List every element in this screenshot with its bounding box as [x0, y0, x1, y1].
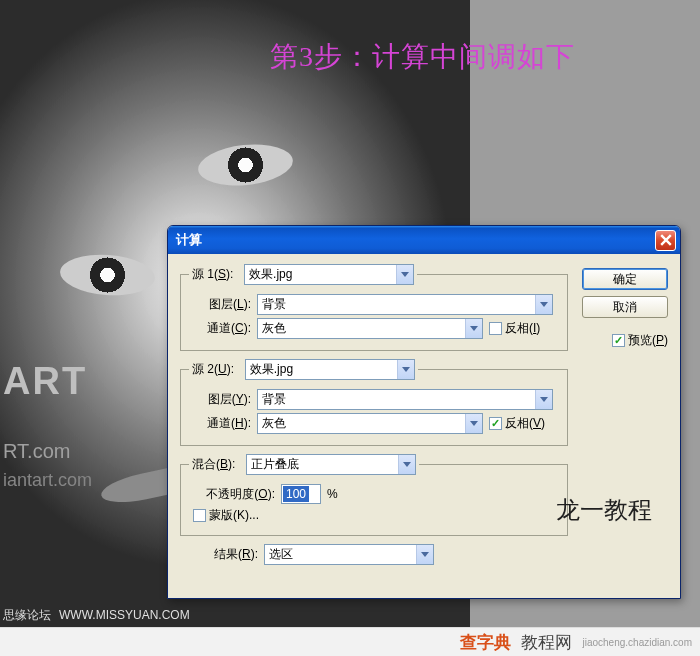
- footer-url: jiaocheng.chazidian.com: [582, 637, 692, 648]
- opacity-label: 不透明度(O):: [189, 486, 275, 503]
- dialog-titlebar[interactable]: 计算: [168, 226, 680, 254]
- dialog-title: 计算: [176, 231, 202, 249]
- mask-label: 蒙版(K)...: [209, 507, 259, 524]
- close-button[interactable]: [655, 230, 676, 251]
- chevron-down-icon: [397, 360, 414, 379]
- source1-layer-label: 图层(L):: [189, 296, 251, 313]
- face-eye: [196, 140, 295, 190]
- preview-label: 预览(P): [628, 332, 668, 349]
- source1-channel-label: 通道(C):: [189, 320, 251, 337]
- result-row: 结果(R): 选区: [180, 544, 568, 565]
- watermark-domain: iantart.com: [3, 470, 92, 491]
- chevron-down-icon: [535, 390, 552, 409]
- dialog-body: 源 1(S): 效果.jpg 图层(L): 背景 通道(C):: [168, 254, 680, 598]
- source2-legend: 源 2(U): 效果.jpg: [189, 359, 418, 380]
- preview-checkbox[interactable]: [612, 334, 625, 347]
- mask-checkbox[interactable]: [193, 509, 206, 522]
- result-select[interactable]: 选区: [264, 544, 434, 565]
- source2-layer-select[interactable]: 背景: [257, 389, 553, 410]
- tutorial-credit: 龙一教程: [556, 494, 652, 526]
- source2-layer-label: 图层(Y):: [189, 391, 251, 408]
- result-label: 结果(R):: [180, 546, 258, 563]
- source1-file-select[interactable]: 效果.jpg: [244, 264, 414, 285]
- blend-mode-select[interactable]: 正片叠底: [246, 454, 416, 475]
- watermark-art: ART: [3, 360, 87, 403]
- step-title: 第3步：计算中间调如下: [270, 38, 575, 76]
- watermark-forum: 思缘论坛WWW.MISSYUAN.COM: [3, 607, 198, 624]
- chevron-down-icon: [396, 265, 413, 284]
- opacity-unit: %: [327, 487, 338, 501]
- footer-section: 教程网: [521, 631, 572, 654]
- footer-brand: 查字典: [460, 631, 511, 654]
- source1-invert-checkbox[interactable]: [489, 322, 502, 335]
- opacity-input[interactable]: 100: [281, 484, 321, 504]
- cancel-button[interactable]: 取消: [582, 296, 668, 318]
- chevron-down-icon: [465, 414, 482, 433]
- dialog-buttons: 确定 取消: [582, 268, 668, 318]
- source1-legend: 源 1(S): 效果.jpg: [189, 264, 417, 285]
- chevron-down-icon: [535, 295, 552, 314]
- face-eye: [59, 252, 157, 299]
- ok-button[interactable]: 确定: [582, 268, 668, 290]
- chevron-down-icon: [465, 319, 482, 338]
- preview-checkbox-row: 预览(P): [612, 332, 668, 349]
- blend-legend: 混合(B): 正片叠底: [189, 454, 419, 475]
- source1-invert-label: 反相(I): [505, 320, 540, 337]
- source2-channel-select[interactable]: 灰色: [257, 413, 483, 434]
- source2-invert-label: 反相(V): [505, 415, 545, 432]
- blend-group: 混合(B): 正片叠底 不透明度(O): 100 % 蒙版(: [180, 454, 568, 536]
- source2-group: 源 2(U): 效果.jpg 图层(Y): 背景 通道(H):: [180, 359, 568, 446]
- site-footer: 查字典 教程网 jiaocheng.chazidian.com: [0, 627, 700, 656]
- close-icon: [660, 234, 672, 246]
- chevron-down-icon: [398, 455, 415, 474]
- calculations-dialog: 计算 源 1(S): 效果.jpg 图层(L): 背景: [167, 225, 681, 599]
- chevron-down-icon: [416, 545, 433, 564]
- source2-invert-checkbox[interactable]: [489, 417, 502, 430]
- source1-group: 源 1(S): 效果.jpg 图层(L): 背景 通道(C):: [180, 264, 568, 351]
- watermark-domain: RT.com: [3, 440, 70, 463]
- source1-channel-select[interactable]: 灰色: [257, 318, 483, 339]
- source2-channel-label: 通道(H):: [189, 415, 251, 432]
- source2-file-select[interactable]: 效果.jpg: [245, 359, 415, 380]
- source1-layer-select[interactable]: 背景: [257, 294, 553, 315]
